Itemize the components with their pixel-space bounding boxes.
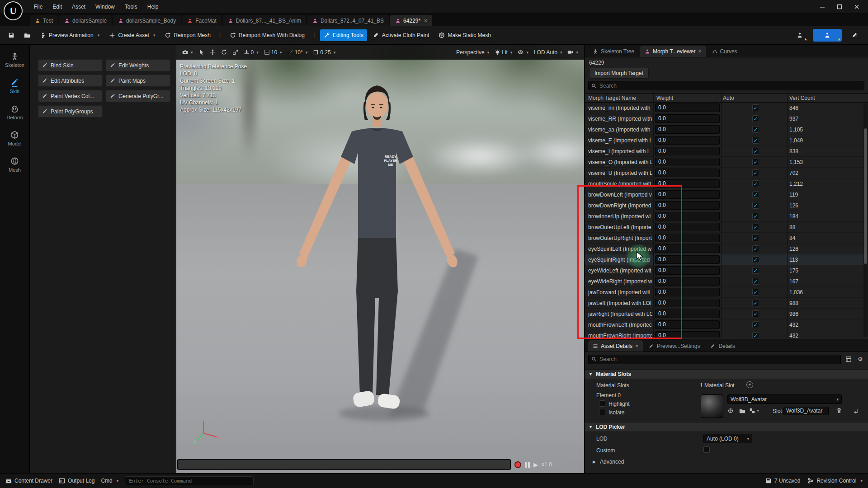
reset-to-default-icon[interactable] xyxy=(852,407,860,415)
menu-item[interactable]: Tools xyxy=(120,1,142,12)
rotation-snap-dropdown[interactable]: 10°▾ xyxy=(285,48,310,57)
auto-checkbox[interactable]: ✓ xyxy=(752,300,759,306)
display-options-icon[interactable] xyxy=(844,355,853,363)
rotate-tool-icon[interactable] xyxy=(219,48,229,56)
move-tool-icon[interactable] xyxy=(208,48,218,56)
document-tab[interactable]: 64229* × xyxy=(390,15,432,26)
morph-target-row[interactable]: browDownLeft (Imported v 0.0 ✓ 119 xyxy=(585,189,868,200)
auto-checkbox[interactable]: ✓ xyxy=(752,180,759,187)
weight-input[interactable]: 0.0 xyxy=(655,212,720,221)
menu-item[interactable]: Help xyxy=(142,1,164,12)
material-thumbnail[interactable] xyxy=(701,394,723,418)
tool-button[interactable]: Paint Vertex Col... xyxy=(38,90,103,102)
weight-input[interactable]: 0.0 xyxy=(655,190,720,199)
morph-target-row[interactable]: viseme_O (Imported with L 0.0 ✓ 1,153 xyxy=(585,157,868,168)
tool-button[interactable]: Bind Skin xyxy=(38,59,103,71)
auto-checkbox[interactable]: ✓ xyxy=(752,213,759,220)
weight-input[interactable]: 0.0 xyxy=(655,234,720,242)
morph-target-row[interactable]: eyeWideLeft (Imported wit 0.0 ✓ 175 xyxy=(585,265,868,276)
document-tab[interactable]: Test × xyxy=(30,15,58,26)
document-tab[interactable]: dollarsSample_Body × xyxy=(113,15,181,26)
document-tab[interactable]: dollarsSample × xyxy=(59,15,112,26)
weight-input[interactable]: 0.0 xyxy=(655,331,720,338)
unsaved-assets-button[interactable]: 7 Unsaved xyxy=(765,478,800,484)
morph-target-row[interactable]: eyeWideRight (Imported w 0.0 ✓ 167 xyxy=(585,276,868,287)
create-asset-dropdown[interactable]: Create Asset▾ xyxy=(105,29,159,41)
weight-input[interactable]: 0.0 xyxy=(655,320,720,329)
material-slots-section-header[interactable]: ▼ Material Slots xyxy=(585,369,868,379)
menu-item[interactable]: Window xyxy=(90,1,120,12)
make-static-mesh-button[interactable]: Make Static Mesh xyxy=(435,29,494,41)
select-tool-icon[interactable] xyxy=(196,48,207,56)
mode-mesh[interactable]: Mesh xyxy=(9,157,21,173)
isolate-checkbox[interactable] xyxy=(599,409,605,415)
morph-target-row[interactable]: viseme_nn (Imported with 0.0 ✓ 846 xyxy=(585,103,868,113)
save-button[interactable] xyxy=(5,29,18,41)
auto-checkbox[interactable]: ✓ xyxy=(752,115,759,122)
menu-item[interactable]: File xyxy=(29,1,47,12)
output-log-button[interactable]: Output Log xyxy=(59,478,94,484)
morph-target-row[interactable]: jawForward (Imported witl 0.0 ✓ 1,036 xyxy=(585,287,868,298)
auto-checkbox[interactable]: ✓ xyxy=(752,235,759,241)
document-tab[interactable]: Dollars_872..4_07_41_BS × xyxy=(307,15,389,26)
close-tab-icon[interactable]: × xyxy=(424,18,427,24)
weight-input[interactable]: 0.0 xyxy=(655,244,720,253)
skeletal-mesh-button[interactable]: ★ xyxy=(813,29,842,42)
auto-checkbox[interactable]: ✓ xyxy=(752,224,759,230)
show-flags-dropdown[interactable]: ▾ xyxy=(515,48,531,56)
morph-target-row[interactable]: jawLeft (Imported with LOI 0.0 ✓ 988 xyxy=(585,298,868,309)
auto-checkbox[interactable]: ✓ xyxy=(752,191,759,198)
timeline-scrubber[interactable] xyxy=(177,459,511,470)
browse-to-asset-button[interactable] xyxy=(20,29,34,41)
scale-snap-dropdown[interactable]: 0.25▾ xyxy=(311,48,338,57)
preview-mesh-button[interactable]: ★ xyxy=(791,29,808,42)
snap-move-dropdown[interactable]: 0▾ xyxy=(241,48,261,57)
revision-control-button[interactable]: Revision Control ▾ xyxy=(807,478,863,484)
morph-target-row[interactable]: jawRight (Imported with LC 0.0 ✓ 986 xyxy=(585,309,868,319)
close-tab-icon[interactable]: × xyxy=(635,343,638,349)
tab-morph-target-previewer[interactable]: Morph T...eviewer × xyxy=(640,46,706,57)
highlight-checkbox[interactable] xyxy=(599,400,605,407)
use-selected-asset-icon[interactable] xyxy=(726,407,735,415)
morph-target-row[interactable]: browDownRight (Imported 0.0 ✓ 126 xyxy=(585,200,868,211)
morph-target-row[interactable]: browOuterUpLeft (Importe 0.0 ✓ 88 xyxy=(585,222,868,233)
activate-cloth-paint-button[interactable]: Activate Cloth Paint xyxy=(369,29,433,41)
tab-curves[interactable]: Curves xyxy=(708,46,742,57)
auto-checkbox[interactable]: ✓ xyxy=(752,104,759,111)
slot-name-input[interactable]: Wolf3D_Avatar xyxy=(783,407,829,415)
morph-target-row[interactable]: viseme_aa (Imported with 0.0 ✓ 1,105 xyxy=(585,124,868,135)
unreal-logo-icon[interactable]: U xyxy=(4,1,23,20)
tool-button[interactable]: Edit Attributes xyxy=(38,75,103,87)
viewport-3d[interactable]: READY PLAYER ME ▾ 0▾ 10▾ 10°▾ 0.25▾ Pers… xyxy=(176,45,584,473)
weight-input[interactable]: 0.0 xyxy=(655,255,720,264)
lod-dropdown[interactable]: LOD Auto▾ xyxy=(532,48,565,57)
weight-input[interactable]: 0.0 xyxy=(655,158,720,166)
column-header[interactable]: Vert Count xyxy=(789,95,815,101)
tool-button[interactable]: Edit Weights xyxy=(106,59,170,71)
mode-skeleton[interactable]: Skeleton xyxy=(5,52,24,68)
mode-deform[interactable]: Deform xyxy=(6,104,23,120)
editor-extras-button[interactable] xyxy=(846,29,863,42)
auto-checkbox[interactable]: ✓ xyxy=(752,159,759,165)
weight-input[interactable]: 0.0 xyxy=(655,299,720,307)
camera-dropdown[interactable]: ▾ xyxy=(565,48,580,56)
weight-input[interactable]: 0.0 xyxy=(655,223,720,231)
auto-checkbox[interactable]: ✓ xyxy=(752,256,759,263)
mode-model[interactable]: Model xyxy=(8,131,22,146)
advanced-label[interactable]: Advanced xyxy=(600,459,624,465)
reimport-mesh-button[interactable]: Reimport Mesh xyxy=(161,29,214,41)
play-button[interactable]: ▶ xyxy=(533,461,538,468)
cmd-dropdown[interactable]: Cmd▾ xyxy=(101,478,118,484)
auto-checkbox[interactable]: ✓ xyxy=(752,332,759,338)
scale-tool-icon[interactable] xyxy=(230,48,241,56)
weight-input[interactable]: 0.0 xyxy=(655,201,720,210)
menu-item[interactable]: Edit xyxy=(47,1,67,12)
weight-input[interactable]: 0.0 xyxy=(655,114,720,123)
menu-item[interactable]: Asset xyxy=(67,1,90,12)
checker-dropdown-icon[interactable]: ▾ xyxy=(750,407,758,415)
auto-checkbox[interactable]: ✓ xyxy=(752,289,759,296)
column-header[interactable]: Weight xyxy=(656,95,673,101)
editing-tools-button[interactable]: Editing Tools xyxy=(320,29,367,41)
weight-input[interactable]: 0.0 xyxy=(655,310,720,318)
document-tab[interactable]: Dollars_87..._41_BS_Anim × xyxy=(223,15,306,26)
